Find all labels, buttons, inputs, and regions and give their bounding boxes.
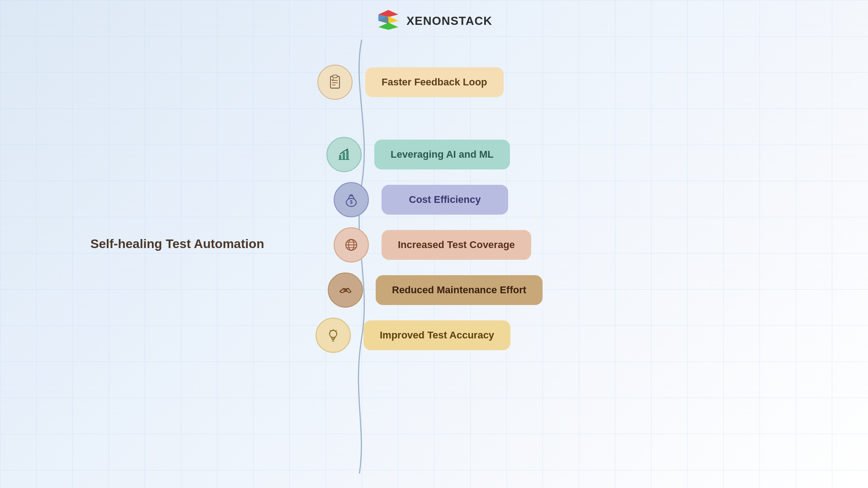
clipboard-icon (317, 65, 353, 100)
item-2-label: Leveraging AI and ML (374, 140, 510, 169)
svg-marker-2 (378, 23, 398, 30)
item-1-label: Faster Feedback Loop (365, 67, 504, 97)
xenonstack-logo-icon (376, 8, 401, 33)
item-4-label: Increased Test Coverage (382, 230, 531, 260)
svg-point-12 (346, 149, 348, 150)
globe-icon (334, 227, 369, 263)
svg-text:$: $ (350, 200, 353, 205)
svg-line-27 (330, 330, 331, 331)
logo-text: XENONSTACK (406, 14, 492, 28)
timeline-container: Faster Feedback Loop Leveraging AI and M… (289, 40, 606, 470)
item-5-label: Reduced Maintenance Effort (376, 275, 542, 305)
timeline-item-2: Leveraging AI and ML (326, 137, 510, 172)
svg-rect-5 (333, 75, 337, 78)
chart-icon (326, 137, 362, 172)
item-3-label: Cost Efficiency (382, 185, 508, 215)
lightbulb-icon (316, 318, 351, 353)
header: XENONSTACK (376, 8, 492, 33)
timeline-item-5: Reduced Maintenance Effort (328, 272, 542, 308)
timeline-item-6: Improved Test Accuracy (316, 318, 510, 353)
timeline-item-3: $ Cost Efficiency (334, 182, 508, 217)
svg-rect-11 (346, 150, 349, 160)
svg-rect-4 (330, 76, 340, 88)
timeline-item-4: Increased Test Coverage (334, 227, 531, 263)
svg-rect-9 (339, 155, 341, 160)
svg-rect-10 (343, 152, 345, 160)
handshake-icon (328, 272, 363, 308)
page-title: Self‑healing Test Automation (90, 237, 264, 251)
item-6-label: Improved Test Accuracy (363, 320, 510, 350)
timeline-item-1: Faster Feedback Loop (317, 65, 504, 100)
svg-line-26 (335, 330, 336, 331)
money-bag-icon: $ (334, 182, 369, 217)
